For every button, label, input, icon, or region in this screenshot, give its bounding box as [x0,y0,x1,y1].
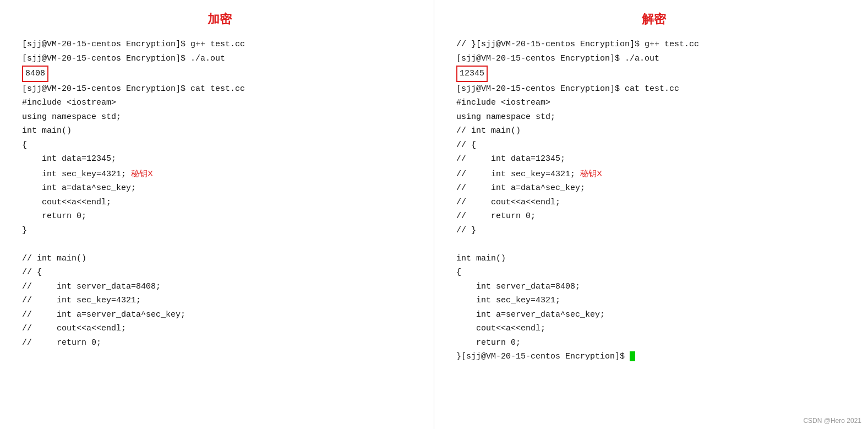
code-line: int a=server_data^sec_key; [456,308,851,322]
right-code: // }[sjj@VM-20-15-centos Encryption]$ g+… [456,37,851,364]
code-line: // { [22,265,417,280]
code-line: int main() [22,124,417,138]
watermark: CSDN @Hero 2021 [803,417,861,425]
code-line: [sjj@VM-20-15-centos Encryption]$ cat te… [22,82,417,96]
code-line: // int a=server_data^sec_key; [22,308,417,322]
code-line: // } [456,224,851,238]
code-line: #include <iostream> [22,96,417,110]
highlighted-value: 12345 [456,66,488,82]
code-line: int server_data=8408; [456,280,851,294]
code-line: // int main() [22,252,417,266]
code-line: // { [456,138,851,153]
code-line: // cout<<a<<endl; [22,322,417,336]
highlighted-value: 8408 [22,66,48,82]
code-line: // }[sjj@VM-20-15-centos Encryption]$ g+… [456,37,851,52]
code-line: int data=12345; [22,152,417,166]
code-line: 8408 [22,66,417,82]
code-line: // return 0; [22,336,417,350]
right-title: 解密 [456,11,851,28]
code-line: cout<<a<<endl; [456,322,851,336]
code-line: using namespace std; [456,110,851,124]
code-line: int sec_key=4321; [456,294,851,308]
code-line: // int sec_key=4321; [22,294,417,308]
code-line: }[sjj@VM-20-15-centos Encryption]$ [456,350,851,364]
code-line: return 0; [456,336,851,350]
code-line: return 0; [22,209,417,224]
terminal-cursor [630,351,635,361]
code-line: #include <iostream> [456,96,851,110]
code-line: cout<<a<<endl; [22,196,417,210]
code-line: [sjj@VM-20-15-centos Encryption]$ ./a.ou… [456,52,851,66]
secret-key-label: 秘钥X [580,169,602,178]
code-line: int a=data^sec_key; [22,181,417,196]
secret-key-label: 秘钥X [131,169,153,178]
code-line: 12345 [456,66,851,82]
code-line: // int a=data^sec_key; [456,181,851,196]
left-title: 加密 [22,11,417,28]
left-code: [sjj@VM-20-15-centos Encryption]$ g++ te… [22,37,417,350]
code-line: // int server_data=8408; [22,280,417,294]
code-line: // cout<<a<<endl; [456,196,851,210]
code-line: // int main() [456,124,851,138]
code-line: { [22,138,417,153]
code-line [456,237,851,252]
code-line: int main() [456,252,851,266]
code-line: [sjj@VM-20-15-centos Encryption]$ g++ te… [22,37,417,52]
code-line: int sec_key=4321; 秘钥X [22,166,417,182]
code-line: // int data=12345; [456,152,851,166]
left-panel: 加密 [sjj@VM-20-15-centos Encryption]$ g++… [0,0,434,429]
code-line: } [22,224,417,238]
code-line: [sjj@VM-20-15-centos Encryption]$ cat te… [456,82,851,96]
code-line: { [456,265,851,280]
code-line: using namespace std; [22,110,417,124]
code-line [22,237,417,252]
right-panel: 解密 // }[sjj@VM-20-15-centos Encryption]$… [434,0,868,429]
code-line: [sjj@VM-20-15-centos Encryption]$ ./a.ou… [22,52,417,66]
code-line: // return 0; [456,209,851,224]
code-line: // int sec_key=4321; 秘钥X [456,166,851,182]
